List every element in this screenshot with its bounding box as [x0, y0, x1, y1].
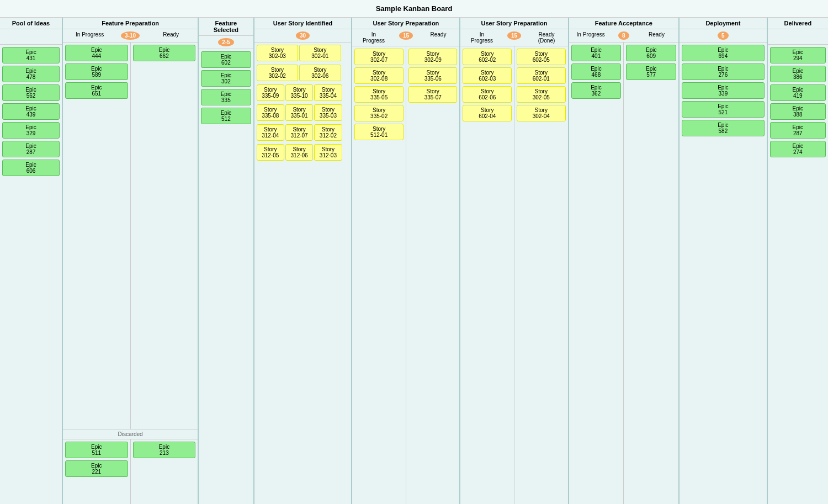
card-epic-478[interactable]: Epic478	[2, 66, 60, 82]
card-story-335-01[interactable]: Story335-01	[285, 104, 313, 121]
card-story-302-04[interactable]: Story302-04	[517, 105, 566, 121]
card-epic-362[interactable]: Epic362	[571, 82, 622, 99]
card-story-602-05[interactable]: Story602-05	[517, 49, 566, 65]
story-id-subheader: 30	[254, 29, 352, 43]
card-epic-287[interactable]: Epic287	[2, 141, 60, 157]
card-epic-512[interactable]: Epic512	[201, 108, 251, 124]
card-epic-287b[interactable]: Epic287	[770, 122, 826, 139]
card-story-312-02[interactable]: Story312-02	[314, 124, 342, 141]
card-story-335-04[interactable]: Story335-04	[314, 84, 342, 101]
card-story-335-09[interactable]: Story335-09	[257, 84, 284, 101]
card-story-302-07[interactable]: Story302-07	[354, 49, 404, 65]
story-prep-ready-label: Ready	[431, 31, 447, 38]
card-story-302-09[interactable]: Story302-09	[408, 49, 458, 65]
card-epic-694[interactable]: Epic694	[682, 45, 765, 61]
card-story-602-01[interactable]: Story602-01	[517, 67, 566, 84]
story-prep2-wip-badge: 15	[507, 31, 521, 40]
card-story-302-05[interactable]: Story302-05	[517, 86, 566, 103]
feat-acc-header: Feature Acceptance	[569, 18, 679, 29]
card-epic-213[interactable]: Epic213	[133, 442, 196, 458]
card-epic-388[interactable]: Epic388	[770, 103, 826, 120]
card-epic-609[interactable]: Epic609	[626, 45, 676, 61]
card-epic-589[interactable]: Epic589	[65, 63, 128, 80]
card-story-302-01[interactable]: Story302-01	[299, 45, 341, 61]
card-story-335-10[interactable]: Story335-10	[285, 84, 313, 101]
feat-prep-header: Feature Preparation	[63, 18, 198, 29]
card-epic-274[interactable]: Epic274	[770, 141, 826, 157]
card-story-312-06[interactable]: Story312-06	[285, 144, 313, 161]
card-epic-419[interactable]: Epic419	[770, 84, 826, 101]
card-story-335-02[interactable]: Story335-02	[354, 105, 404, 121]
card-epic-386[interactable]: Epic386	[770, 66, 826, 82]
card-story-602-03[interactable]: Story602-03	[463, 67, 512, 84]
card-story-335-06[interactable]: Story335-06	[408, 67, 458, 84]
card-epic-606[interactable]: Epic606	[2, 160, 60, 176]
card-story-602-04[interactable]: Story602-04	[463, 105, 512, 121]
card-epic-335[interactable]: Epic335	[201, 89, 251, 105]
card-story-312-03[interactable]: Story312-03	[314, 144, 342, 161]
board-title: Sample Kanban Board	[0, 0, 828, 18]
card-story-302-02[interactable]: Story302-02	[257, 65, 299, 81]
card-story-335-03[interactable]: Story335-03	[314, 104, 342, 121]
card-story-602-06[interactable]: Story602-06	[463, 86, 512, 103]
card-story-602-02[interactable]: Story602-02	[463, 49, 512, 65]
deploy-header: Deployment	[680, 18, 767, 29]
card-epic-577[interactable]: Epic577	[626, 63, 676, 80]
card-story-335-08[interactable]: Story335-08	[257, 104, 284, 121]
card-story-302-08[interactable]: Story302-08	[354, 67, 404, 84]
story-prep2-subheader: InProgress 15 Ready(Done)	[460, 29, 567, 46]
card-story-302-06[interactable]: Story302-06	[299, 65, 341, 81]
story-prep-ready-body: Story302-09 Story335-06 Story335-07	[406, 46, 460, 504]
story-id-wip-badge: 30	[296, 31, 310, 40]
card-epic-602[interactable]: Epic602	[201, 51, 251, 68]
column-story-prep: User Story Preparation InProgress 15 Rea…	[352, 18, 460, 504]
card-story-335-05[interactable]: Story335-05	[354, 86, 404, 103]
card-epic-468[interactable]: Epic468	[571, 63, 622, 80]
card-epic-439[interactable]: Epic439	[2, 103, 60, 120]
feat-prep-inprogress-label: In Progress	[76, 31, 104, 38]
card-story-302-03[interactable]: Story302-03	[257, 45, 299, 61]
card-epic-294[interactable]: Epic294	[770, 47, 826, 63]
card-epic-401[interactable]: Epic401	[571, 45, 622, 61]
card-epic-511[interactable]: Epic511	[65, 442, 128, 458]
feat-prep-inprogress-body: Epic444 Epic589 Epic651	[63, 43, 131, 429]
card-epic-276[interactable]: Epic276	[682, 63, 765, 80]
card-epic-444[interactable]: Epic444	[65, 45, 128, 61]
story-prep-ip-body: Story302-07 Story302-08 Story335-05 Stor…	[352, 46, 406, 504]
column-feat-prep: Feature Preparation In Progress 3-10 Rea…	[63, 18, 199, 504]
card-epic-562[interactable]: Epic562	[2, 84, 60, 101]
deploy-wip-badge: 5	[718, 31, 729, 40]
column-feat-sel: FeatureSelected 2-5 Epic602 Epic302 Epic…	[199, 18, 254, 504]
story-prep2-ready-body: Story602-05 Story602-01 Story302-05 Stor…	[514, 46, 568, 504]
story-prep2-ip-body: Story602-02 Story602-03 Story602-06 Stor…	[460, 46, 514, 504]
feat-prep-discarded: Discarded Epic511 Epic221 Epic213	[63, 429, 198, 504]
card-epic-302[interactable]: Epic302	[201, 70, 251, 87]
pool-header: Pool of Ideas	[0, 18, 62, 29]
story-prep-subheader: InProgress 15 Ready	[352, 29, 459, 46]
card-epic-521[interactable]: Epic521	[682, 101, 765, 118]
card-epic-221[interactable]: Epic221	[65, 460, 128, 477]
card-epic-339[interactable]: Epic339	[682, 82, 765, 99]
card-story-335-07[interactable]: Story335-07	[408, 86, 458, 103]
column-story-id: User Story Identified 30 Story302-03 Sto…	[254, 18, 353, 504]
column-feat-acc: Feature Acceptance In Progress 8 Ready E…	[569, 18, 680, 504]
card-epic-582[interactable]: Epic582	[682, 120, 765, 136]
card-story-312-07[interactable]: Story312-07	[285, 124, 313, 141]
feat-prep-ready-body: Epic662	[131, 43, 198, 429]
feat-acc-ip-body: Epic401 Epic468 Epic362	[569, 43, 624, 504]
delivered-header: Delivered	[768, 18, 828, 29]
story-prep2-cols-body: Story602-02 Story602-03 Story602-06 Stor…	[460, 46, 567, 504]
feat-acc-ready-label: Ready	[649, 31, 665, 38]
column-pool: Pool of Ideas Epic431 Epic478 Epic562 Ep…	[0, 18, 63, 504]
card-epic-662[interactable]: Epic662	[133, 45, 196, 61]
feat-sel-subheader: 2-5	[199, 36, 253, 49]
card-epic-329[interactable]: Epic329	[2, 122, 60, 139]
card-story-312-05[interactable]: Story312-05	[257, 144, 284, 161]
feat-prep-wip-badge: 3-10	[121, 31, 140, 40]
card-epic-651[interactable]: Epic651	[65, 82, 128, 99]
card-story-312-04[interactable]: Story312-04	[257, 124, 284, 141]
column-delivered: Delivered Epic294 Epic386 Epic419 Epic38…	[768, 18, 828, 504]
card-epic-431[interactable]: Epic431	[2, 47, 60, 63]
deploy-body: Epic694 Epic276 Epic339 Epic521 Epic582	[680, 43, 767, 504]
card-story-512-01[interactable]: Story512-01	[354, 124, 404, 140]
